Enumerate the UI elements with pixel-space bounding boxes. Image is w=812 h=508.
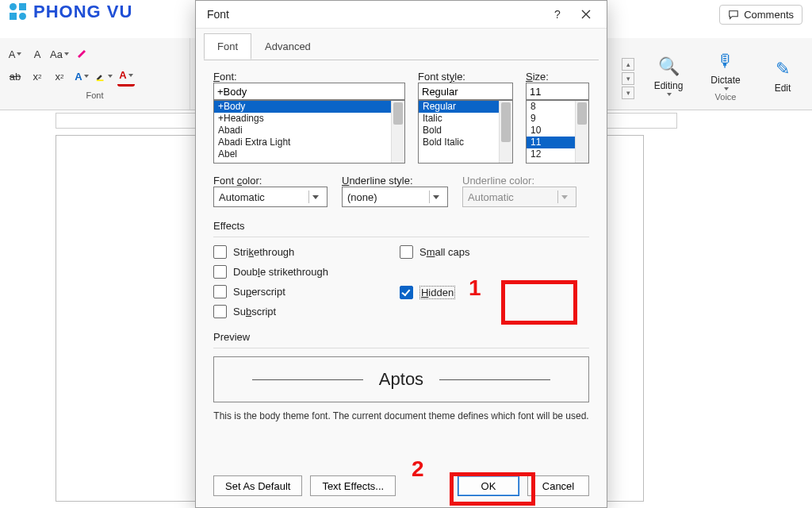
scrollbar[interactable] [499,101,512,163]
comment-icon [728,10,739,21]
text-effects-icon[interactable]: A [73,67,90,85]
help-button[interactable]: ? [543,2,572,26]
dictate-group[interactable]: 🎙 Dictate Voice [703,46,749,102]
font-label: Font: [213,71,405,83]
underline-color-label: Underline color: [462,175,576,187]
strikethrough-check[interactable]: Strikethrough [213,245,328,259]
style-list[interactable]: Regular Italic Bold Bold Italic [418,100,513,164]
list-item[interactable]: Abel [214,148,404,160]
tab-font[interactable]: Font [204,33,251,60]
search-icon: 🔍 [658,55,680,79]
list-item[interactable]: +Body [214,101,404,113]
subscript-icon[interactable]: x2 [29,67,46,85]
size-label: Size: [526,71,589,83]
font-dialog: Font ? Font Advanced Font: +Body +Headin… [195,0,607,508]
styles-scroll[interactable]: ▴▾▾ [622,48,634,99]
close-icon [581,10,591,19]
style-input[interactable] [418,83,513,100]
editing-group[interactable]: 🔍 Editing [645,52,691,96]
mic-icon: 🎙 [717,49,734,73]
smallcaps-check[interactable]: Small caps [400,245,470,259]
superscript-check[interactable]: Superscript [213,285,328,298]
decrease-font-icon[interactable]: A [29,45,46,63]
svg-rect-0 [97,79,104,81]
editor-icon: ✎ [776,57,790,81]
font-list[interactable]: +Body +Headings Abadi Abadi Extra Light … [213,100,405,164]
list-item[interactable]: Abadi [214,125,404,137]
text-effects-button[interactable]: Text Effects... [310,475,396,496]
effects-label: Effects [213,220,589,232]
tab-advanced[interactable]: Advanced [251,33,324,60]
font-color-icon[interactable]: A [117,67,135,87]
double-strike-check[interactable]: Double strikethrough [213,265,328,279]
highlight-icon[interactable] [95,67,113,85]
preview-box: Aptos [213,356,589,402]
size-list[interactable]: 8 9 10 11 12 [526,100,589,164]
dialog-title: Font [207,8,229,21]
hidden-check[interactable]: Hidden [400,286,470,299]
strike-icon[interactable]: ab [6,67,24,85]
style-label: Font style: [418,71,513,83]
brand-text: PHONG VU [33,2,132,22]
underline-style-label: Underline style: [342,175,448,187]
clear-format-icon[interactable] [73,45,90,63]
ok-button[interactable]: OK [458,475,519,496]
underline-style-combo[interactable]: (none) [342,187,448,207]
comments-button[interactable]: Comments [719,5,802,25]
underline-color-combo: Automatic [462,187,576,207]
font-color-label: Font color: [213,175,327,187]
size-input[interactable] [526,83,589,100]
set-default-button[interactable]: Set As Default [213,475,302,496]
dialog-titlebar: Font ? [196,1,607,29]
change-case-icon[interactable]: Aa [51,45,68,63]
brand-logo: PHONG VU [10,2,132,22]
scrollbar[interactable] [391,101,404,163]
ribbon-font-group: A A Aa ab x2 x2 A A Font [0,38,190,110]
subscript-check[interactable]: Subscript [213,305,328,318]
cancel-button[interactable]: Cancel [527,475,589,496]
preview-label: Preview [213,331,589,343]
dialog-tabs: Font Advanced [196,29,607,60]
preview-desc: This is the body theme font. The current… [213,410,589,421]
editor-group[interactable]: ✎ Edit [760,54,806,94]
dialog-buttons: Set As Default Text Effects... OK Cancel [213,475,589,496]
font-color-combo[interactable]: Automatic [213,187,327,207]
font-input[interactable] [213,83,405,100]
list-item[interactable]: +Headings [214,113,404,125]
increase-font-icon[interactable]: A [6,45,24,63]
superscript-icon[interactable]: x2 [51,67,68,85]
ribbon-group-label: Font [6,90,183,100]
close-button[interactable] [572,2,600,26]
list-item[interactable]: Abadi Extra Light [214,137,404,148]
preview-text: Aptos [379,369,423,390]
scrollbar[interactable] [575,101,588,163]
